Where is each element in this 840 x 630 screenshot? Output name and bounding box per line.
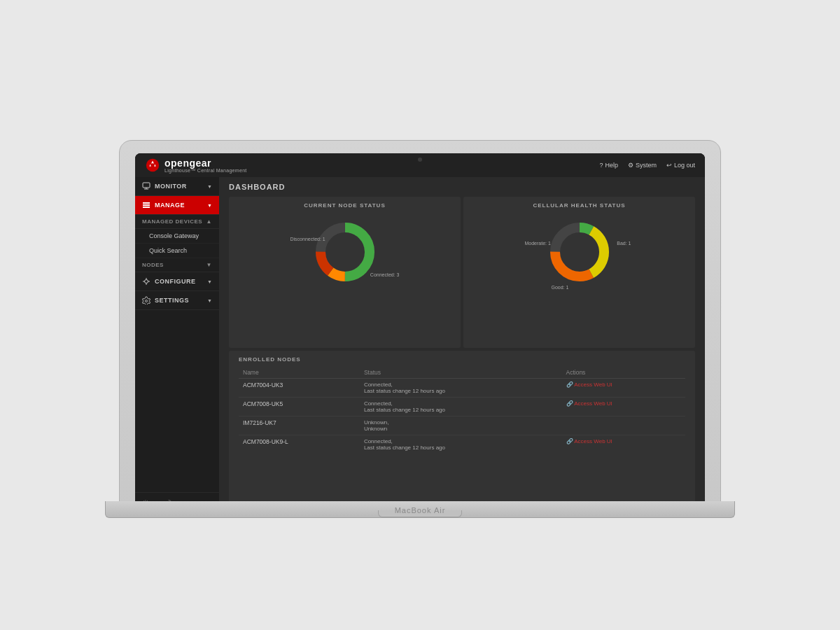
logout-icon: ↩ xyxy=(666,162,672,169)
macbook-label: MacBook Air xyxy=(395,506,446,514)
col-status: Status xyxy=(360,367,562,379)
svg-rect-2 xyxy=(143,183,150,188)
monitor-chevron: ▼ xyxy=(207,184,212,189)
node-status: Connected,Last status change 12 hours ag… xyxy=(360,379,562,398)
svg-rect-6 xyxy=(143,204,150,206)
configure-chevron: ▼ xyxy=(207,279,212,284)
main-layout: MONITOR ▼ MANAGE ▼ xyxy=(135,177,705,513)
manage-chevron: ▼ xyxy=(207,203,212,208)
logo-area: opengear Lighthouse™ Central Management xyxy=(145,158,247,173)
screen-bezel: opengear Lighthouse™ Central Management … xyxy=(135,153,705,513)
table-row: IM7216-UK7Unknown,Unknown xyxy=(239,416,685,435)
settings-label: SETTINGS xyxy=(155,297,203,304)
table-row: ACM7004-UK3Connected,Last status change … xyxy=(239,379,685,398)
disconnected-label: Disconnected: 1 xyxy=(290,237,326,241)
help-label: Help xyxy=(605,162,618,169)
good-label: Good: 1 xyxy=(552,285,569,290)
logout-label: Log out xyxy=(674,162,695,169)
access-web-ui-link[interactable]: 🔗 Access Web UI xyxy=(566,438,682,444)
svg-rect-5 xyxy=(143,202,150,204)
nodes-table-header: Name Status Actions xyxy=(239,367,685,379)
monitor-icon xyxy=(142,182,150,190)
nodes-chevron: ▼ xyxy=(206,262,212,268)
monitor-label: MONITOR xyxy=(155,183,203,190)
cellular-health-panel: CELLULAR HEALTH STATUS xyxy=(463,197,695,348)
managed-devices-chevron: ▲ xyxy=(206,218,212,225)
sidebar-item-settings[interactable]: SETTINGS ▼ xyxy=(135,291,219,310)
connected-label: Connected: 3 xyxy=(370,272,400,277)
macbook-body: opengear Lighthouse™ Central Management … xyxy=(119,140,721,518)
camera xyxy=(418,158,422,162)
opengear-logo-icon xyxy=(145,158,160,173)
cellular-health-donut: Moderate: 1 Bad: 1 Good: 1 xyxy=(545,217,615,287)
node-status-title: CURRENT NODE STATUS xyxy=(304,202,385,209)
nodes-label: NODES xyxy=(142,262,164,268)
sidebar-item-manage[interactable]: MANAGE ▼ xyxy=(135,196,219,215)
node-status: Connected,Last status change 12 hours ag… xyxy=(360,398,562,416)
node-status: Connected,Last status change 12 hours ag… xyxy=(360,435,562,454)
system-label: System xyxy=(636,162,657,169)
access-web-ui-link[interactable]: 🔗 Access Web UI xyxy=(566,400,682,407)
system-icon: ⚙ xyxy=(628,162,634,169)
logo-main-text: opengear xyxy=(164,158,247,168)
node-name: ACM7008-UK5 xyxy=(239,398,360,416)
sidebar-item-configure[interactable]: CONFIGURE ▼ xyxy=(135,272,219,291)
help-button[interactable]: ? Help xyxy=(599,162,618,169)
table-row: ACM7008-UK5Connected,Last status change … xyxy=(239,398,685,416)
node-name: IM7216-UK7 xyxy=(239,416,360,435)
managed-devices-label: MANAGED DEVICES xyxy=(142,218,202,225)
enrolled-nodes-panel: ENROLLED NODES Name Status Actions xyxy=(229,351,695,510)
settings-chevron: ▼ xyxy=(207,298,212,303)
page-title: DASHBOARD xyxy=(219,177,705,194)
manage-label: MANAGE xyxy=(155,202,203,209)
col-name: Name xyxy=(239,367,360,379)
help-icon: ? xyxy=(599,162,603,169)
svg-point-8 xyxy=(145,280,148,284)
bad-label: Bad: 1 xyxy=(617,241,631,246)
managed-devices-header: MANAGED DEVICES ▲ xyxy=(135,215,219,229)
configure-label: CONFIGURE xyxy=(155,278,203,285)
node-status-donut: Disconnected: 1 Connected: 3 xyxy=(310,217,380,287)
access-web-ui-link[interactable]: 🔗 Access Web UI xyxy=(566,382,682,388)
node-action[interactable]: 🔗 Access Web UI xyxy=(562,435,686,454)
sidebar-item-console-gateway[interactable]: Console Gateway xyxy=(135,229,219,244)
nodes-header: NODES ▼ xyxy=(135,258,219,272)
moderate-label: Moderate: 1 xyxy=(525,241,551,246)
sidebar-item-quick-search[interactable]: Quick Search xyxy=(135,244,219,258)
app-ui: opengear Lighthouse™ Central Management … xyxy=(135,153,705,513)
sidebar: MONITOR ▼ MANAGE ▼ xyxy=(135,177,219,513)
console-gateway-label: Console Gateway xyxy=(149,232,199,239)
content-area: DASHBOARD CURRENT NODE STATUS xyxy=(219,177,705,513)
svg-point-1 xyxy=(150,163,155,167)
sidebar-spacer xyxy=(135,310,219,492)
node-status-panel: CURRENT NODE STATUS xyxy=(229,197,461,348)
enrolled-nodes-title: ENROLLED NODES xyxy=(239,356,685,363)
manage-icon xyxy=(142,201,150,209)
macbook-base: MacBook Air xyxy=(105,501,735,518)
sidebar-item-monitor[interactable]: MONITOR ▼ xyxy=(135,177,219,196)
node-name: ACM7008-UK9-L xyxy=(239,435,360,454)
node-action xyxy=(562,416,686,435)
node-action[interactable]: 🔗 Access Web UI xyxy=(562,379,686,398)
cellular-health-title: CELLULAR HEALTH STATUS xyxy=(533,202,625,209)
configure-icon xyxy=(142,277,150,286)
logout-button[interactable]: ↩ Log out xyxy=(666,162,695,169)
nodes-table: Name Status Actions ACM7004-UK3Connected… xyxy=(239,367,685,454)
top-bar-actions: ? Help ⚙ System ↩ Log out xyxy=(599,162,695,169)
logo-text-block: opengear Lighthouse™ Central Management xyxy=(164,158,247,173)
screen-content: opengear Lighthouse™ Central Management … xyxy=(135,153,705,513)
node-status: Unknown,Unknown xyxy=(360,416,562,435)
settings-icon xyxy=(142,296,150,304)
logo-sub-text: Lighthouse™ Central Management xyxy=(164,168,247,173)
node-name: ACM7004-UK3 xyxy=(239,379,360,398)
col-actions: Actions xyxy=(562,367,686,379)
system-button[interactable]: ⚙ System xyxy=(628,162,657,169)
node-action[interactable]: 🔗 Access Web UI xyxy=(562,398,686,416)
quick-search-label: Quick Search xyxy=(149,247,187,254)
svg-rect-7 xyxy=(143,206,150,208)
table-row: ACM7008-UK9-LConnected,Last status chang… xyxy=(239,435,685,454)
svg-point-13 xyxy=(146,300,148,302)
dashboard-grid: CURRENT NODE STATUS xyxy=(219,194,705,513)
macbook-frame: opengear Lighthouse™ Central Management … xyxy=(119,112,721,518)
